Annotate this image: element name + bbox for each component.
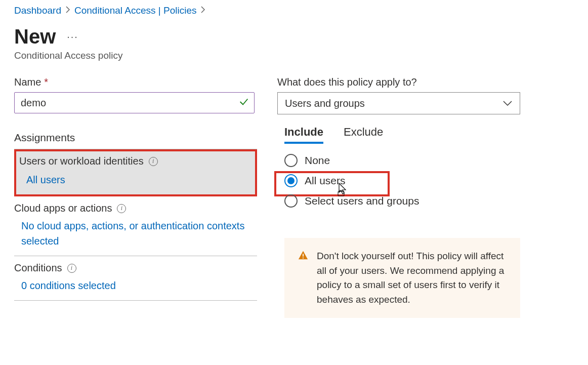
page-subtitle: Conditional Access policy <box>14 50 574 61</box>
check-icon <box>238 96 249 109</box>
more-actions-button[interactable]: ··· <box>67 31 78 43</box>
radio-select-users-label: Select users and groups <box>305 195 419 207</box>
name-label: Name * <box>14 76 257 88</box>
info-icon[interactable]: i <box>117 204 126 213</box>
apply-to-selected-value: Users and groups <box>285 98 365 109</box>
breadcrumb-dashboard[interactable]: Dashboard <box>14 5 61 16</box>
users-identities-summary[interactable]: All users <box>26 172 253 187</box>
page-title-row: New ··· <box>14 25 574 48</box>
lockout-warning: Don't lock yourself out! This policy wil… <box>284 238 520 318</box>
tab-include[interactable]: Include <box>284 126 323 144</box>
info-icon[interactable]: i <box>67 264 76 273</box>
conditions-summary[interactable]: 0 conditions selected <box>21 278 257 293</box>
conditions-label: Conditions <box>14 262 62 274</box>
name-input[interactable] <box>14 92 255 113</box>
radio-none[interactable]: None <box>284 154 520 167</box>
apply-to-select[interactable]: Users and groups <box>277 92 520 114</box>
svg-rect-4 <box>303 254 304 257</box>
chevron-down-icon <box>502 98 513 109</box>
info-icon[interactable]: i <box>149 157 158 166</box>
page-title: New <box>14 25 56 48</box>
warning-text: Don't lock yourself out! This policy wil… <box>317 249 507 307</box>
assignment-cloud-apps[interactable]: Cloud apps or actions i No cloud apps, a… <box>14 196 257 256</box>
radio-none-label: None <box>305 154 330 167</box>
warning-icon <box>298 250 309 307</box>
radio-all-users[interactable]: All users <box>284 174 520 187</box>
include-exclude-tabs: Include Exclude <box>284 126 520 144</box>
breadcrumb-conditional-access-policies[interactable]: Conditional Access | Policies <box>74 5 197 16</box>
radio-select-users-groups[interactable]: Select users and groups <box>284 194 520 208</box>
svg-rect-5 <box>303 258 304 259</box>
assignments-header: Assignments <box>14 132 257 149</box>
users-identities-label: Users or workload identities <box>19 155 144 167</box>
assignment-users-identities[interactable]: Users or workload identities i All users <box>14 149 257 196</box>
chevron-right-icon <box>65 6 70 15</box>
assignment-conditions[interactable]: Conditions i 0 conditions selected <box>14 256 257 301</box>
cloud-apps-summary[interactable]: No cloud apps, actions, or authenticatio… <box>21 218 257 249</box>
apply-to-label: What does this policy apply to? <box>277 76 520 88</box>
required-asterisk: * <box>44 76 48 88</box>
name-label-text: Name <box>14 76 41 88</box>
radio-all-users-label: All users <box>305 175 346 187</box>
include-radio-group: None All users Select us <box>284 154 520 208</box>
breadcrumb: Dashboard Conditional Access | Policies <box>14 5 574 16</box>
tab-exclude[interactable]: Exclude <box>344 126 383 144</box>
cloud-apps-label: Cloud apps or actions <box>14 202 112 214</box>
chevron-right-icon <box>200 6 205 15</box>
